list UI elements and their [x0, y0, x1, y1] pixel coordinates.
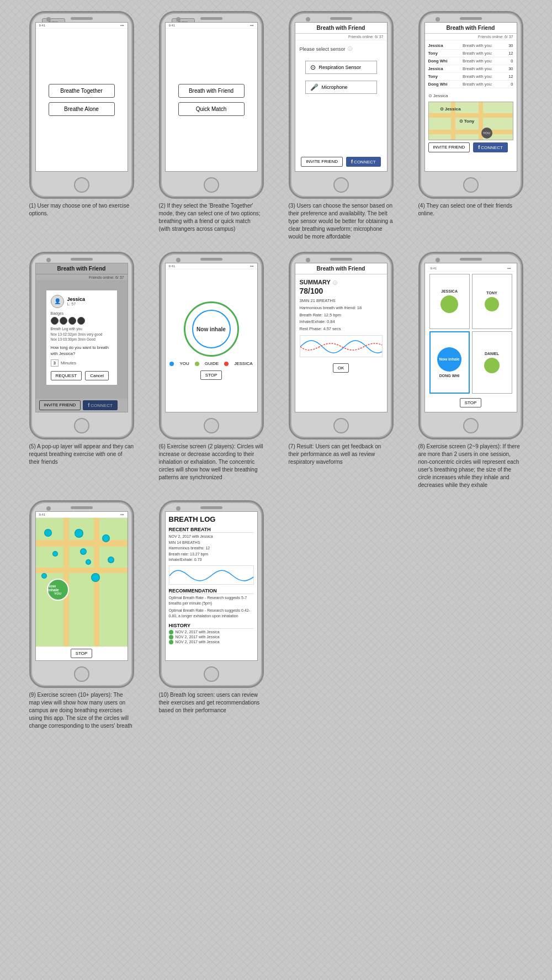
summary-stats: 3MIN 21 BREATHS Harmonious breath with f… [300, 298, 383, 333]
recent-waveform-svg [169, 566, 253, 585]
friend-row-tony2[interactable]: Tony Breath with you: 12 [428, 73, 513, 81]
badges-label: Badges [51, 311, 113, 315]
screen-header-4: Breath with Friend [425, 23, 517, 34]
mini-map-4: ⊙ Jessica ⊙ Tony YOU [428, 102, 513, 140]
phone-top-6 [161, 253, 262, 263]
duration-input[interactable]: 3 [51, 359, 59, 367]
screen-3: Breath with Friend Friends online: 6/ 37… [295, 22, 388, 172]
recent-title: RECENT BREATH [169, 527, 254, 533]
home-button-9[interactable] [74, 666, 89, 682]
home-button-5[interactable] [74, 418, 89, 433]
history-item-2: NOV 2, 2017 with Jessica [169, 635, 254, 639]
app-grid: Button 9:41 ▪▪▪ Breathe Together Breathe… [11, 11, 541, 730]
subheader-3: Friends online: 6/ 37 [295, 34, 387, 40]
invite-friend-btn-4[interactable]: INVITE FRIEND [428, 142, 470, 152]
microphone-option[interactable]: 🎤 Microphone [305, 81, 377, 94]
connect-btn-4[interactable]: f CONNECT [473, 142, 508, 152]
legend-dot-you [169, 362, 174, 366]
screen-body-3: Please select sensor ⓘ ⊙ Respiration Sen… [295, 40, 387, 171]
cell-daniel: DANIEL [472, 331, 512, 394]
user-dot-3 [75, 529, 83, 538]
speaker-9 [71, 506, 93, 509]
quick-match-btn[interactable]: Quick Match [178, 102, 245, 116]
stop-btn-8[interactable]: STOP [460, 398, 482, 407]
phone-2: Button 9:41 ▪▪▪ Breath with Friend Quick… [159, 11, 264, 199]
invite-friend-btn-3[interactable]: INVITE FRIEND [301, 157, 343, 167]
friend-row-jessica2[interactable]: Jessica Breath with you: 30 [428, 65, 513, 73]
screen-4: Breath with Friend Friends online: 6/ 37… [424, 22, 517, 172]
microphone-icon: 🎤 [310, 83, 319, 91]
home-button-7[interactable] [333, 418, 349, 433]
phone-bottom-2 [161, 172, 262, 197]
friend-row-tony[interactable]: Tony Breath with you: 12 [428, 50, 513, 57]
cancel-btn[interactable]: Cancel [85, 371, 109, 380]
respiration-icon: ⊙ [310, 63, 316, 71]
log-entry-5: Breath Log with you Nov 13 02:32pm 3min … [51, 326, 113, 342]
breathe-together-btn[interactable]: Breathe Together [49, 84, 115, 98]
status-bar-9: 9:41▪▪▪ [36, 512, 128, 518]
phone-container-1: Button 9:41 ▪▪▪ Breathe Together Breathe… [21, 11, 142, 241]
request-btn[interactable]: REQUEST [51, 371, 82, 380]
stop-container-8: STOP [427, 396, 514, 410]
home-button-10[interactable] [204, 666, 219, 682]
screen-8: 9:41 ▪▪▪ JESSICA TONY Now inhale DONG WH… [424, 263, 517, 412]
speaker-8 [460, 258, 482, 261]
avatar-5: 👤 [51, 295, 64, 308]
map-road4 [94, 518, 99, 647]
phone-top-2: Button [161, 13, 262, 22]
home-button-4[interactable] [463, 177, 479, 193]
home-button-6[interactable] [204, 418, 219, 433]
screen-2: 9:41 ▪▪▪ Breath with Friend Quick Match [165, 22, 258, 172]
summary-title: SUMMARY [300, 279, 331, 285]
stop-btn-6[interactable]: STOP [200, 370, 222, 380]
camera-4 [436, 17, 440, 22]
camera-2 [176, 17, 181, 22]
badge-row-5 [51, 317, 113, 325]
dongwhi-circle: Now inhale [437, 347, 461, 372]
breath-friend-btn[interactable]: Breath with Friend [178, 84, 245, 98]
now-inhale-label: Now inhale [48, 584, 68, 592]
ok-btn-7[interactable]: OK [333, 363, 349, 373]
recommendation-content: Optimal Breath Rate - Research suggests … [169, 595, 254, 619]
caption-3: (3) Users can choose the sensor based on… [289, 202, 394, 241]
phone-container-8: 9:41 ▪▪▪ JESSICA TONY Now inhale DONG WH… [410, 252, 532, 489]
home-button-8[interactable] [463, 418, 479, 433]
camera-10 [176, 506, 181, 511]
camera-5 [46, 258, 51, 262]
home-button-1[interactable] [74, 177, 89, 193]
camera-7 [306, 258, 310, 262]
caption-2: (2) If they select the 'Breathe Together… [159, 202, 264, 233]
outer-circle-6: Now inhale [184, 301, 239, 357]
speaker-6 [200, 258, 222, 261]
home-button-2[interactable] [204, 177, 219, 193]
subheader-4: Friends online: 6/ 37 [425, 34, 517, 40]
phone-container-6: 9:41 ▪▪▪ Now inhale YOU GUIDE JESSICA [151, 252, 272, 489]
friend-row-dongwhi[interactable]: Dong Whi Breath with you: 0 [428, 57, 513, 65]
summary-score: 78/100 [300, 287, 383, 295]
summary-info-icon: ⓘ [333, 280, 337, 286]
cell-jessica: JESSICA [429, 274, 470, 329]
friend-row-dongwhi2[interactable]: Dong Whi Breath with you: 0 [428, 81, 513, 88]
phone-6: 9:41 ▪▪▪ Now inhale YOU GUIDE JESSICA [159, 252, 264, 439]
connect-btn-3[interactable]: f CONNECT [346, 157, 381, 167]
recent-waveform [169, 565, 254, 585]
screen-body-1: Breathe Together Breathe Alone [36, 29, 128, 171]
badge-3 [68, 317, 76, 325]
camera-3 [306, 17, 310, 22]
friend-row-jessica[interactable]: Jessica Breath with you: 30 [428, 42, 513, 50]
history-list: NOV 2, 2017 with Jessica NOV 2, 2017 wit… [169, 630, 254, 644]
phone-bottom-4 [420, 172, 522, 197]
home-button-3[interactable] [333, 177, 349, 193]
phone-3: Breath with Friend Friends online: 6/ 37… [289, 11, 394, 199]
you-bubble: Now inhale YOU [47, 579, 69, 601]
stop-btn-9[interactable]: STOP [71, 649, 93, 658]
breathe-alone-btn[interactable]: Breathe Alone [49, 102, 115, 116]
speaker-5 [71, 258, 93, 261]
user-dot-8 [41, 573, 47, 579]
user-dot-6 [102, 534, 110, 542]
respiration-sensor-option[interactable]: ⊙ Respiration Sensor [305, 61, 377, 74]
phone-bottom-7 [290, 412, 392, 438]
phone-7: Breath with Friend SUMMARY ⓘ 78/100 3MIN… [289, 252, 394, 439]
status-bar-6: 9:41 ▪▪▪ [166, 263, 257, 269]
popup-box-5: 👤 Jessica L: 57 Badges [46, 290, 118, 385]
